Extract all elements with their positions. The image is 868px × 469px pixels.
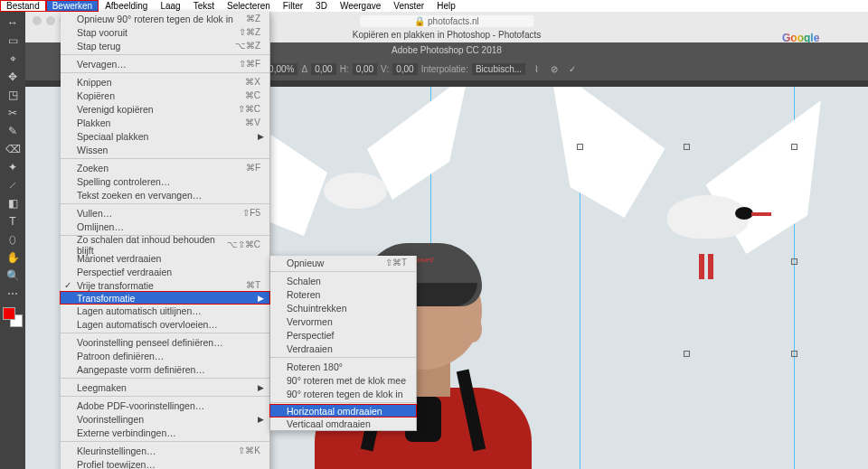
edit-menu-item-14[interactable]: Spelling controleren… — [61, 174, 269, 188]
edit-menu-item-6[interactable]: Knippen⌘X — [61, 75, 269, 89]
edit-menu-item-9[interactable]: Plakken⌘V — [61, 116, 269, 129]
transform-submenu-item-5[interactable]: Vervormen — [270, 314, 416, 328]
edit-menu-item-24[interactable]: Transformatie▶ — [60, 291, 270, 305]
opt-interp[interactable]: Bicubisch... — [472, 63, 525, 75]
edit-menu-item-36[interactable]: Externe verbindingen… — [61, 426, 269, 439]
edit-menu-item-32[interactable]: Leegmaken▶ — [61, 380, 269, 394]
cancel-icon[interactable]: ⊘ — [547, 64, 561, 74]
tool-wand[interactable]: ✥ — [3, 69, 23, 85]
edit-menu-item-38[interactable]: Kleurinstellingen…⇧⌘K — [61, 444, 269, 457]
edit-menu: Opnieuw 90° roteren tegen de klok in⌘ZSt… — [61, 12, 270, 469]
edit-menu-item-26[interactable]: Lagen automatisch overvloeien… — [61, 317, 269, 331]
menu-bewerken[interactable]: Bewerken — [46, 0, 99, 12]
tool-more[interactable]: ⋯ — [3, 286, 23, 302]
edit-menu-item-28[interactable]: Voorinstelling penseel definiëren… — [61, 335, 269, 349]
tool-brush[interactable]: ✎ — [3, 123, 23, 139]
edit-menu-item-25[interactable]: Lagen automatisch uitlijnen… — [61, 304, 269, 317]
transform-submenu-item-6[interactable]: Perspectief — [270, 328, 416, 342]
browser-tab[interactable]: Kopiëren en plakken in Photoshop - Photo… — [353, 30, 541, 40]
tool-crop[interactable]: ◳ — [3, 87, 23, 103]
edit-menu-item-0[interactable]: Opnieuw 90° roteren tegen de klok in⌘Z — [61, 12, 269, 25]
menu-bestand[interactable]: Bestand — [0, 0, 46, 12]
handle-b[interactable] — [684, 351, 690, 357]
opt-angle[interactable]: 0,00 — [311, 63, 335, 75]
transform-submenu-item-0[interactable]: Opnieuw⇧⌘T — [270, 256, 416, 269]
transform-submenu: Opnieuw⇧⌘TSchalenRoterenSchuintrekkenVer… — [270, 256, 417, 431]
tool-marquee[interactable]: ▭ — [3, 33, 23, 49]
opt-angle-label: Δ — [301, 64, 307, 74]
opt-interp-label: Interpolatie: — [421, 64, 468, 74]
tool-gradient[interactable]: ⟋ — [3, 177, 23, 193]
edit-menu-item-22[interactable]: Perspectief verdraaien — [61, 265, 269, 278]
commit-icon[interactable]: ✓ — [565, 64, 580, 74]
edit-menu-item-11[interactable]: Wissen — [61, 143, 269, 156]
tool-hand[interactable]: ✋ — [3, 249, 23, 266]
tool-zoom[interactable]: 🔍 — [3, 267, 23, 284]
edit-menu-item-30[interactable]: Aangepaste vorm definiëren… — [61, 362, 269, 376]
menu-3d[interactable]: 3D — [309, 0, 334, 12]
menu-venster[interactable]: Venster — [387, 0, 430, 12]
edit-menu-item-8[interactable]: Verenigd kopiëren⇧⌘C — [61, 102, 269, 116]
transform-submenu-item-10[interactable]: 90° roteren met de klok mee — [270, 373, 416, 387]
edit-menu-item-34[interactable]: Adobe PDF-voorinstellingen… — [61, 399, 269, 412]
edit-menu-item-20[interactable]: Zo schalen dat inhoud behouden blijft⌥⇧⌘… — [61, 238, 269, 251]
edit-menu-item-39[interactable]: Profiel toewijzen… — [61, 457, 269, 469]
address-bar[interactable]: 🔒 photofacts.nl — [360, 15, 533, 27]
edit-menu-item-23[interactable]: ✓Vrije transformatie⌘T — [61, 278, 269, 292]
opt-skew-h-label: H: — [340, 64, 349, 74]
tool-palette: ↔ ▭ ⌖ ✥ ◳ ✂ ✎ ⌫ ✦ ⟋ ◧ T ⬯ ✋ 🔍 ⋯ — [0, 12, 25, 469]
menu-tekst[interactable]: Tekst — [187, 0, 221, 12]
edit-menu-item-29[interactable]: Patroon definiëren… — [61, 349, 269, 362]
transform-submenu-item-2[interactable]: Schalen — [270, 274, 416, 287]
tool-type[interactable]: T — [3, 213, 23, 230]
edit-menu-item-1[interactable]: Stap vooruit⇧⌘Z — [61, 25, 269, 39]
tool-lasso[interactable]: ⌖ — [3, 51, 23, 67]
transform-submenu-item-11[interactable]: 90° roteren tegen de klok in — [270, 387, 416, 400]
edit-menu-item-2[interactable]: Stap terug⌥⌘Z — [61, 39, 269, 52]
menu-laag[interactable]: Laag — [154, 0, 186, 12]
transform-submenu-item-7[interactable]: Verdraaien — [270, 342, 416, 355]
url-text: photofacts.nl — [428, 16, 479, 26]
opt-skew-v-label: V: — [381, 64, 389, 74]
handle-tr[interactable] — [791, 144, 797, 150]
transform-submenu-item-13[interactable]: Horizontaal omdraaien — [269, 404, 417, 417]
transform-submenu-item-4[interactable]: Schuintrekken — [270, 301, 416, 314]
menu-selecteren[interactable]: Selecteren — [221, 0, 277, 12]
tool-clone[interactable]: ✦ — [3, 159, 23, 175]
handle-tl[interactable] — [577, 144, 583, 150]
handle-r[interactable] — [791, 258, 797, 265]
color-swatches[interactable] — [3, 307, 23, 327]
edit-menu-item-17[interactable]: Vullen…⇧F5 — [61, 206, 269, 220]
tool-move[interactable]: ↔ — [3, 14, 23, 31]
opt-skew-h[interactable]: 0,00 — [353, 63, 377, 75]
edit-menu-item-7[interactable]: Kopiëren⌘C — [61, 89, 269, 102]
opt-skew-v[interactable]: 0,00 — [392, 63, 417, 75]
transform-submenu-item-14[interactable]: Verticaal omdraaien — [270, 417, 416, 430]
menu-afbeelding[interactable]: Afbeelding — [99, 0, 154, 12]
edit-menu-item-18[interactable]: Omlijnen… — [61, 220, 269, 233]
tool-shape[interactable]: ⬯ — [3, 231, 23, 248]
warp-icon[interactable]: ⌇ — [529, 64, 543, 74]
edit-menu-item-4[interactable]: Vervagen…⇧⌘F — [61, 57, 269, 70]
edit-menu-item-35[interactable]: Voorinstellingen▶ — [61, 412, 269, 426]
menu-help[interactable]: Help — [430, 0, 462, 12]
tool-eraser[interactable]: ⌫ — [3, 141, 23, 157]
menu-filter[interactable]: Filter — [277, 0, 309, 12]
tool-slice[interactable]: ✂ — [3, 105, 23, 121]
lock-icon: 🔒 — [414, 16, 428, 26]
handle-t[interactable] — [684, 144, 690, 150]
mac-menubar: Bestand Bewerken Afbeelding Laag Tekst S… — [0, 0, 868, 12]
edit-menu-item-21[interactable]: Marionet verdraaien — [61, 251, 269, 265]
handle-br[interactable] — [791, 351, 797, 357]
edit-menu-item-10[interactable]: Speciaal plakken▶ — [61, 129, 269, 143]
menu-weergave[interactable]: Weergave — [334, 0, 387, 12]
edit-menu-item-13[interactable]: Zoeken⌘F — [61, 161, 269, 174]
transform-submenu-item-3[interactable]: Roteren — [270, 287, 416, 301]
transform-submenu-item-9[interactable]: Roteren 180° — [270, 360, 416, 373]
tool-paint[interactable]: ◧ — [3, 195, 23, 211]
bird-right — [550, 87, 821, 299]
edit-menu-item-15[interactable]: Tekst zoeken en vervangen… — [61, 188, 269, 202]
